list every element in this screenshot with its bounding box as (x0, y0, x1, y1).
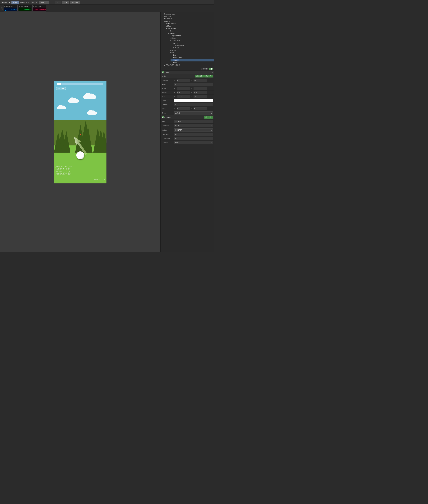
pos-x-input[interactable] (177, 79, 190, 82)
progress-flag (101, 83, 103, 85)
pos-x-label: X (174, 79, 176, 81)
font-size-value (174, 133, 213, 136)
tree-item-canvas[interactable]: ▼ Canvas (161, 20, 214, 22)
debug-overlay: Spacing Max Chars: 2.08 Projectile V(0):… (55, 166, 72, 176)
mode-select[interactable]: Default (1, 0, 11, 4)
recompile-button[interactable]: Recompile (70, 0, 80, 4)
cloud-1 (68, 99, 79, 103)
line-height-input[interactable] (174, 137, 213, 140)
auto-refresh-toggle[interactable] (209, 68, 213, 70)
group-row: Group default (161, 111, 214, 115)
tree-item-label-selected[interactable]: Label (171, 59, 214, 61)
tree-arrow-win: ▼ (169, 52, 171, 53)
overflow-label: Overflow (162, 142, 174, 144)
tree-item-tapreceiver[interactable]: TapReceiver (169, 34, 214, 37)
tree-item-win[interactable]: ▼ Win (169, 51, 214, 54)
debug-mode-label: Debug Mode: (20, 1, 30, 3)
progress-bar (57, 83, 103, 85)
game-canvas: 100.0m (54, 81, 107, 184)
tree-item-bg[interactable]: BG (171, 54, 214, 56)
tree-item-profiler[interactable]: ▶ PROFILER-NODE (163, 64, 214, 66)
size-w-label: W (174, 96, 176, 97)
debug-select[interactable]: Info (31, 0, 38, 4)
node-section-header: Node 标记位置 输出引用 (161, 74, 214, 78)
font-size-label: Font Size (162, 133, 174, 135)
mark-position-btn[interactable]: 标记位置 (195, 75, 204, 78)
debug-line-4: Cams Offset (X): 1.41 (55, 171, 72, 172)
skew-x-input[interactable] (177, 107, 190, 110)
skew-row: Skew X Y (161, 107, 214, 111)
show-fps-button[interactable]: Show FPS (39, 0, 49, 4)
vertical-select[interactable]: CENTER (174, 128, 213, 132)
skew-label: Skew (162, 108, 174, 110)
tree-item-scene[interactable]: ▶ Scene (167, 30, 214, 32)
group-select[interactable]: default (174, 112, 213, 115)
scale-label: Scale (162, 88, 174, 89)
tree-item-label2[interactable]: Label (171, 61, 214, 64)
tree-label-gamemanager: GameManager (164, 13, 175, 15)
pos-y-input[interactable] (194, 79, 207, 82)
scale-y-input[interactable] (194, 87, 207, 90)
angle-row: Angle (161, 82, 214, 86)
color-swatch[interactable] (174, 99, 213, 102)
output-ref-btn-cc[interactable]: 输出引用 (204, 116, 213, 119)
tree-item-gamemanager[interactable]: GameManager (161, 13, 214, 15)
scale-value: X Y (174, 87, 213, 90)
tree-label-tapreceiver: TapReceiver (172, 35, 181, 37)
scale-x-input[interactable] (177, 87, 190, 90)
anchor-value: X Y (174, 91, 213, 94)
angle-input[interactable] (174, 83, 213, 86)
output-ref-btn-node[interactable]: 输出引用 (204, 75, 213, 78)
inspector-checkbox[interactable] (162, 72, 164, 73)
tree-label-mask: Mask (175, 47, 179, 49)
fps-label: FPS: (50, 1, 54, 3)
position-row: Position X Y (161, 78, 214, 82)
scene-tree: GameManager Pseudo3D Mechanics ▼ Canvas … (161, 12, 214, 67)
debug-line-6: Distance (Vec): 1.63 (55, 174, 72, 176)
tree-item-arrow[interactable]: ▼ Arrow (171, 42, 214, 44)
skew-y-input[interactable] (194, 107, 207, 110)
size-w-input[interactable] (177, 95, 190, 98)
line-height-label: Line Height (162, 137, 174, 139)
anchor-y-input[interactable] (194, 91, 207, 94)
tree-item-mask[interactable]: ▶ Mask (172, 47, 214, 49)
scale-y-label: Y (191, 88, 193, 89)
anchor-x-input[interactable] (177, 91, 190, 94)
tree-item-uilayer[interactable]: ▼ UILayer (167, 32, 214, 34)
pause-button[interactable]: Pause (62, 0, 69, 4)
cc-label-title: cc.Label (164, 116, 204, 118)
string-value (174, 120, 213, 123)
mb-perf-label: 39 MB (47-100) (33, 6, 46, 7)
inspector-node-title: Label (165, 71, 209, 73)
size-h-input[interactable] (194, 95, 207, 98)
rotate-button[interactable]: Rotate (11, 0, 19, 4)
opacity-input[interactable] (174, 103, 213, 106)
vertical-value: CENTER (174, 128, 213, 132)
font-size-input[interactable] (174, 133, 213, 136)
fps-perf-label: 60 FPS (1-60) (4, 6, 17, 7)
string-input[interactable] (174, 120, 213, 123)
tree-item-mechanics[interactable]: Mechanics (161, 17, 214, 20)
tree-item-uiroot[interactable]: ▼ UIRoot (163, 25, 214, 27)
horizontal-select[interactable]: CENTER (174, 124, 213, 127)
tree-item-arrowimage[interactable]: ArrowImage (172, 44, 214, 47)
anchor-label: Anchor (162, 92, 174, 93)
overflow-select[interactable]: NONE (174, 141, 213, 144)
tree-arrow-canvas: ▼ (162, 20, 164, 22)
tree-item-meter[interactable]: ▶ Meter (169, 37, 214, 39)
tree-label-canvas: Canvas (164, 20, 170, 22)
tree-label-label-selected: Label (173, 59, 179, 61)
ms-perf-box: 18 MS (1-30230) (18, 5, 32, 11)
tree-label-win: Win (172, 52, 174, 54)
perf-close-btn[interactable]: × (1, 7, 3, 9)
fps-input[interactable] (55, 0, 61, 4)
cc-label-checkbox[interactable] (162, 116, 164, 118)
tree-item-arrowlayer[interactable]: ▼ ArrowLayer (169, 39, 214, 42)
debug-line-1: Spacing Max Chars: 2.08 (55, 166, 72, 167)
tree-item-pseudo3d[interactable]: Pseudo3D (161, 15, 214, 17)
tree-item-gameview[interactable]: ▼ GameView (165, 27, 214, 30)
tree-item-description[interactable]: Description (171, 56, 214, 59)
toolbar: Default Rotate Debug Mode: Info Show FPS… (0, 0, 214, 5)
tree-item-debug[interactable]: ▶ Debug (169, 49, 214, 51)
tree-item-maincamera[interactable]: Main Camera (163, 22, 214, 25)
